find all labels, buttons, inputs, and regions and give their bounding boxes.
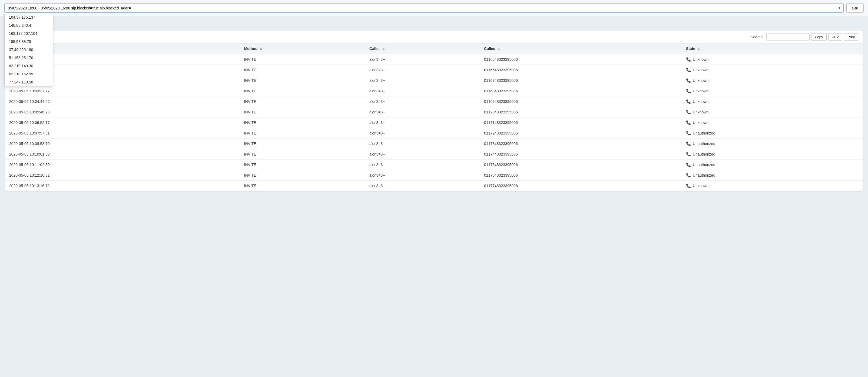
phone-icon: 📞 [686,68,691,72]
table-row[interactable]: 2020-05-05 10:07:57.31INVITEa'or'3=3--01… [5,128,863,139]
cell-method: INVITE [240,139,366,149]
cell-caller: a'or'3=3-- [366,160,480,170]
state-text: Unauthorized [693,152,715,157]
table-row[interactable]: 2020-05-05 10:08:58.70INVITEa'or'3=3--01… [5,139,863,149]
state-text: Unknown [693,89,709,93]
table-row[interactable]: 2020-05-05 10:05:46.23INVITEa'or'3=3--01… [5,107,863,117]
cell-callee: 0116548323395006 [480,54,682,65]
table-row[interactable]: 2020-05-05 10:02:32.55INVITEa'or'3=3--01… [5,75,863,86]
autocomplete-item[interactable]: 62.210.162.99 [5,70,53,78]
cell-state: 📞Unauthorized [682,128,863,139]
col-caller[interactable]: Caller ⇅ [366,43,480,54]
autocomplete-item[interactable]: 104.37.175.137 [5,13,53,21]
state-text: Unknown [693,57,709,62]
cell-method: INVITE [240,86,366,96]
autocomplete-item[interactable]: 163.172.207.104 [5,29,53,38]
state-text: Unknown [693,78,709,83]
autocomplete-dropdown: 104.37.175.137146.88.240.4163.172.207.10… [4,13,53,87]
col-callee[interactable]: Callee ⇅ [480,43,682,54]
cell-caller: a'or'3=3-- [366,170,480,181]
autocomplete-item[interactable]: 146.88.240.4 [5,21,53,29]
table-row[interactable]: 2020-05-05 10:11:02.89INVITEa'or'3=3--01… [5,160,863,170]
cell-state: 📞Unknown [682,117,863,128]
table-toolbar: Search: Copy CSV Print [5,31,863,43]
sort-method-icon: ⇅ [259,47,262,51]
state-text: Unauthorized [693,141,715,146]
section-title: Search Results [5,21,863,27]
cell-state: 📞Unauthorized [682,170,863,181]
col-method[interactable]: Method ⇅ [240,43,366,54]
state-text: Unknown [693,68,709,72]
state-text: Unknown [693,99,709,104]
table-row[interactable]: 2020-05-05 10:01:30.34INVITEa'or'3=3--01… [5,65,863,75]
table-row[interactable]: 2020-05-05 10:06:52.17INVITEa'or'3=3--01… [5,117,863,128]
state-text: Unauthorized [693,131,715,135]
cell-date: 2020-05-05 10:07:57.31 [5,128,240,139]
table-header-row: Date ⇅ Method ⇅ Caller ⇅ Callee ⇅ State … [5,43,863,54]
phone-icon: 📞 [686,57,691,62]
sort-callee-icon: ⇅ [497,47,500,51]
col-state[interactable]: State ⇅ [682,43,863,54]
cell-callee: 0117448323395006 [480,149,682,160]
state-text: Unauthorized [693,173,715,177]
cell-method: INVITE [240,170,366,181]
cell-method: INVITE [240,75,366,86]
phone-icon: 📞 [686,89,691,94]
cell-method: INVITE [240,65,366,75]
cell-callee: 0116948323395006 [480,96,682,107]
print-button[interactable]: Print [844,33,858,40]
cell-caller: a'or'3=3-- [366,65,480,75]
cell-callee: 0117648323395006 [480,170,682,181]
table-search-input[interactable] [766,33,810,40]
cell-callee: 0117748323395006 [480,181,682,191]
search-input[interactable] [4,3,844,13]
cell-date: 2020-05-05 10:11:02.89 [5,160,240,170]
phone-icon: 📞 [686,120,691,125]
cell-callee: 0117548323395006 [480,160,682,170]
cell-caller: a'or'3=3-- [366,75,480,86]
table-row[interactable]: 2020-05-05 10:13:16.72INVITEa'or'3=3--01… [5,181,863,191]
table-row[interactable]: 2020-05-05 10:04:44.46INVITEa'or'3=3--01… [5,96,863,107]
cell-date: 2020-05-05 10:04:44.46 [5,96,240,107]
autocomplete-item[interactable]: 185.53.88.78 [5,38,53,46]
cell-state: 📞Unauthorized [682,160,863,170]
state-text: Unknown [693,184,709,188]
table-row[interactable]: 2020-05-05 10:00:24.81INVITEa'or'3=3--01… [5,54,863,65]
cell-state: 📞Unknown [682,181,863,191]
phone-icon: 📞 [686,110,691,114]
autocomplete-item[interactable]: 37.49.229.190 [5,46,53,54]
phone-icon: 📞 [686,141,691,146]
state-text: Unknown [693,110,709,114]
cell-date: 2020-05-05 10:12:10.32 [5,170,240,181]
go-button[interactable]: Go! [846,3,864,13]
copy-button[interactable]: Copy [811,33,826,40]
cell-state: 📞Unauthorized [682,149,863,160]
autocomplete-item[interactable]: 62.210.149.30 [5,62,53,70]
cell-caller: a'or'3=3-- [366,149,480,160]
cell-caller: a'or'3=3-- [366,96,480,107]
cell-callee: 0116748323395006 [480,75,682,86]
results-table-container: Search: Copy CSV Print Date ⇅ Method ⇅ C… [5,31,863,191]
top-search-bar: ▼ Go! 104.37.175.137146.88.240.4163.172.… [0,0,868,16]
table-row[interactable]: 2020-05-05 10:10:01.53INVITEa'or'3=3--01… [5,149,863,160]
csv-button[interactable]: CSV [828,33,843,40]
cell-method: INVITE [240,96,366,107]
cell-caller: a'or'3=3-- [366,107,480,117]
cell-callee: 0117148323395006 [480,117,682,128]
cell-date: 2020-05-05 10:06:52.17 [5,117,240,128]
cell-state: 📞Unknown [682,65,863,75]
cell-method: INVITE [240,128,366,139]
table-row[interactable]: 2020-05-05 10:03:37.77INVITEa'or'3=3--01… [5,86,863,96]
autocomplete-item[interactable]: 77.247.110.58 [5,78,53,86]
cell-caller: a'or'3=3-- [366,139,480,149]
cell-date: 2020-05-05 10:08:58.70 [5,139,240,149]
cell-caller: a'or'3=3-- [366,128,480,139]
state-text: Unknown [693,121,709,125]
table-row[interactable]: 2020-05-05 10:12:10.32INVITEa'or'3=3--01… [5,170,863,181]
cell-state: 📞Unknown [682,54,863,65]
cell-state: 📞Unknown [682,86,863,96]
cell-caller: a'or'3=3-- [366,86,480,96]
cell-method: INVITE [240,107,366,117]
cell-callee: 0116648323395006 [480,65,682,75]
autocomplete-item[interactable]: 51.158.25.170 [5,54,53,62]
